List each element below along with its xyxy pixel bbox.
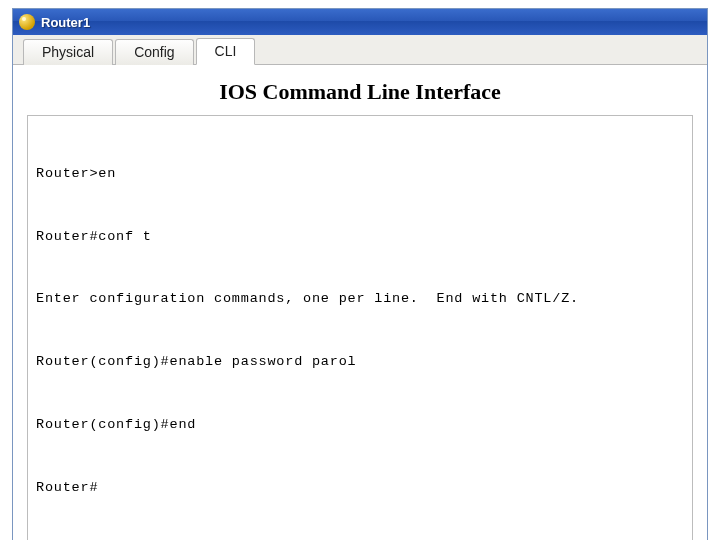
window-title: Router1 bbox=[41, 15, 90, 30]
tab-cli[interactable]: CLI bbox=[196, 38, 256, 65]
tab-bar: Physical Config CLI bbox=[13, 35, 707, 65]
titlebar[interactable]: Router1 bbox=[13, 9, 707, 35]
tab-physical[interactable]: Physical bbox=[23, 39, 113, 65]
terminal-container: Router>en Router#conf t Enter configurat… bbox=[13, 115, 707, 540]
terminal-line: Enter configuration commands, one per li… bbox=[36, 289, 684, 310]
terminal-line: Router>en bbox=[36, 164, 684, 185]
terminal-line: Router# bbox=[36, 478, 684, 499]
tab-label: Config bbox=[134, 44, 174, 60]
cli-terminal[interactable]: Router>en Router#conf t Enter configurat… bbox=[27, 115, 693, 540]
router-icon bbox=[19, 14, 35, 30]
cli-heading: IOS Command Line Interface bbox=[219, 79, 501, 104]
terminal-line: Router(config)#end bbox=[36, 415, 684, 436]
tab-label: CLI bbox=[215, 43, 237, 59]
terminal-line: Router#conf t bbox=[36, 227, 684, 248]
tab-label: Physical bbox=[42, 44, 94, 60]
tab-config[interactable]: Config bbox=[115, 39, 193, 65]
terminal-line: Router(config)#enable password parol bbox=[36, 352, 684, 373]
app-window: Router1 Physical Config CLI IOS Command … bbox=[12, 8, 708, 540]
cli-heading-area: IOS Command Line Interface bbox=[13, 65, 707, 115]
